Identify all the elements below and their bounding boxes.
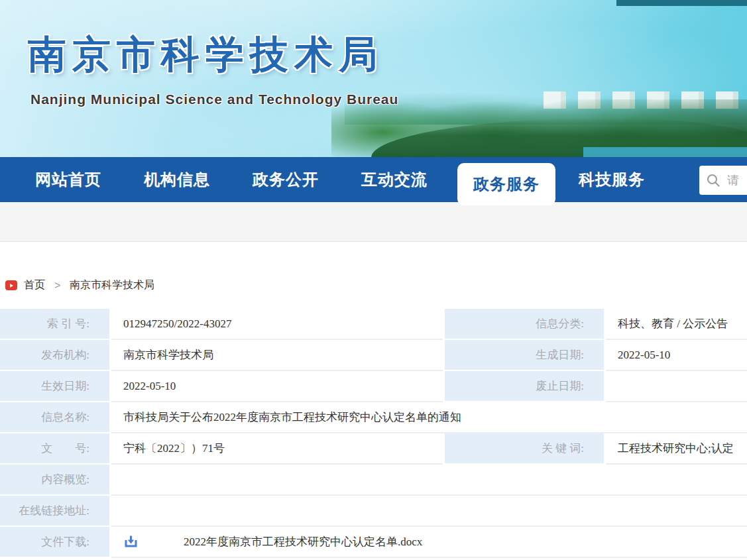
content-overview-label: 内容概览: bbox=[0, 465, 109, 494]
table-row: 生效日期: 2022-05-10 废止日期: bbox=[0, 371, 747, 401]
main-nav: 网站首页 机构信息 政务公开 互动交流 政务服务 科技服务 bbox=[0, 157, 747, 202]
search-box[interactable] bbox=[699, 166, 747, 195]
doc-number-label: 文 号: bbox=[0, 433, 109, 463]
expiry-date-value bbox=[606, 371, 747, 401]
nav-item-interaction[interactable]: 互动交流 bbox=[358, 169, 431, 190]
table-row: 发布机构: 南京市科学技术局 生成日期: 2022-05-10 bbox=[0, 340, 747, 370]
keywords-value: 工程技术研究中心;认定 bbox=[606, 433, 747, 463]
nav-item-gov-services-active[interactable]: 政务服务 bbox=[457, 163, 555, 205]
site-subtitle-english: Nanjing Municipal Science and Technology… bbox=[30, 91, 398, 107]
site-title: 南京市科学技术局 bbox=[28, 29, 383, 81]
table-row: 文 号: 宁科〔2022〕）71号 关 键 词: 工程技术研究中心;认定 bbox=[0, 433, 747, 463]
breadcrumb-separator: > bbox=[54, 280, 60, 292]
table-row: 内容概览: bbox=[0, 465, 747, 494]
search-input[interactable] bbox=[727, 174, 747, 188]
info-name-value: 市科技局关于公布2022年度南京市工程技术研究中心认定名单的通知 bbox=[111, 402, 747, 432]
file-download-label: 文件下载: bbox=[0, 527, 109, 557]
create-date-value: 2022-05-10 bbox=[606, 340, 747, 370]
doc-number-value: 宁科〔2022〕）71号 bbox=[111, 433, 443, 463]
nav-item-org-info[interactable]: 机构信息 bbox=[141, 169, 213, 190]
table-row: 文件下载: 2022年度南京市工程技术研究中心认定名单.docx bbox=[0, 527, 747, 557]
table-row: 索 引 号: 012947250/2022-43027 信息分类: 科技、教育 … bbox=[0, 309, 747, 339]
info-category-label: 信息分类: bbox=[445, 309, 604, 339]
file-download-cell: 2022年度南京市工程技术研究中心认定名单.docx bbox=[111, 527, 747, 557]
content-overview-value bbox=[111, 465, 747, 494]
publisher-label: 发布机构: bbox=[0, 340, 109, 370]
download-icon[interactable] bbox=[123, 534, 139, 549]
nav-item-home[interactable]: 网站首页 bbox=[32, 169, 105, 190]
keywords-label: 关 键 词: bbox=[445, 433, 604, 463]
info-category-value: 科技、教育 / 公示公告 bbox=[606, 309, 747, 339]
nav-item-gov-disclosure[interactable]: 政务公开 bbox=[249, 169, 322, 190]
expiry-date-label: 废止日期: bbox=[445, 371, 604, 401]
effective-date-value: 2022-05-10 bbox=[111, 371, 443, 401]
breadcrumb-home-link[interactable]: 首页 bbox=[24, 278, 45, 292]
online-link-label: 在线链接地址: bbox=[0, 496, 109, 526]
header-photo-water bbox=[583, 147, 747, 157]
breadcrumb: 首页 > 南京市科学技术局 bbox=[5, 278, 154, 292]
table-row: 信息名称: 市科技局关于公布2022年度南京市工程技术研究中心认定名单的通知 bbox=[0, 402, 747, 432]
index-number-label: 索 引 号: bbox=[0, 309, 109, 339]
download-file-link[interactable]: 2022年度南京市工程技术研究中心认定名单.docx bbox=[184, 534, 422, 549]
sub-nav-strip bbox=[0, 202, 747, 242]
online-link-value bbox=[111, 496, 747, 526]
nav-item-tech-services[interactable]: 科技服务 bbox=[575, 169, 648, 190]
info-name-label: 信息名称: bbox=[0, 402, 109, 432]
header-photo-teal-strip bbox=[616, 0, 747, 6]
breadcrumb-marker-icon bbox=[5, 280, 17, 290]
document-info-table: 索 引 号: 012947250/2022-43027 信息分类: 科技、教育 … bbox=[0, 309, 747, 558]
search-icon bbox=[706, 173, 720, 188]
create-date-label: 生成日期: bbox=[445, 340, 604, 370]
effective-date-label: 生效日期: bbox=[0, 371, 109, 401]
site-header: 南京市科学技术局 Nanjing Municipal Science and T… bbox=[0, 0, 747, 157]
publisher-value: 南京市科学技术局 bbox=[111, 340, 443, 370]
breadcrumb-current: 南京市科学技术局 bbox=[70, 278, 154, 292]
index-number-value: 012947250/2022-43027 bbox=[111, 309, 443, 339]
table-row: 在线链接地址: bbox=[0, 496, 747, 526]
